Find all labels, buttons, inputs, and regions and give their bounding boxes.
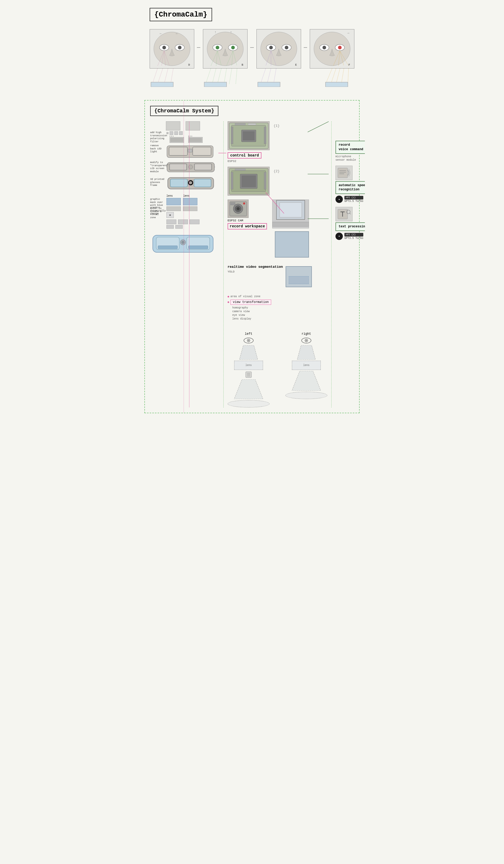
graphic-box-left xyxy=(166,206,181,211)
glasses-3d-full xyxy=(152,231,215,257)
lens-right-box: lens xyxy=(292,361,321,370)
svg-rect-93 xyxy=(243,131,255,141)
top-section: {ChromaCalm} ← ← xyxy=(139,0,365,97)
face-box-f: → F xyxy=(310,29,355,69)
system-title: {ChromaCalm System} xyxy=(150,106,218,116)
lens-top-right xyxy=(185,121,200,131)
svg-text:↑: ↑ xyxy=(230,31,232,34)
api-2-model: GPT3.5 Turbo xyxy=(344,237,363,240)
svg-rect-95 xyxy=(264,127,266,144)
graphic-box-right xyxy=(183,206,197,211)
system-section: {ChromaCalm System} add high transmissio… xyxy=(144,100,360,413)
ground-ellipse-right xyxy=(285,392,327,399)
face-box-d: ← ← D xyxy=(149,29,194,69)
lens-left-text: lens xyxy=(245,364,252,367)
asr-label: automatic speech recognition xyxy=(339,183,365,192)
svg-marker-114 xyxy=(239,345,258,360)
video-yolo: YOLO xyxy=(228,270,283,273)
annotation-mask: graphic mask over with blue color to cre… xyxy=(150,198,219,205)
mic-module: record voice command microphone sensor m… xyxy=(335,121,365,162)
svg-rect-67 xyxy=(325,82,348,87)
visual-zone-right xyxy=(183,198,197,205)
svg-rect-88 xyxy=(158,246,178,249)
small-comp-1 xyxy=(166,219,176,224)
text-icon-svg xyxy=(337,208,351,220)
svg-marker-124 xyxy=(292,371,321,391)
view-transform-block: area of visual zone view transformation … xyxy=(228,295,327,320)
small-comp-2 xyxy=(178,219,188,224)
board-1-label: control board xyxy=(228,152,262,158)
api-1-model: GPT3.5 Turbo xyxy=(344,200,363,203)
svg-line-138 xyxy=(350,213,351,214)
svg-rect-104 xyxy=(235,169,245,170)
eye-diagram-b: ↑ ↑ B xyxy=(203,29,248,87)
svg-line-13 xyxy=(157,69,163,84)
svg-rect-101 xyxy=(241,176,256,187)
svg-rect-80 xyxy=(194,179,211,187)
face-box-e: E xyxy=(256,29,301,69)
connector-e-f xyxy=(304,47,307,48)
svg-rect-50 xyxy=(258,82,280,87)
svg-point-87 xyxy=(182,241,184,244)
svg-text:F: F xyxy=(348,63,350,67)
text-label: text processing xyxy=(339,225,365,228)
svg-rect-79 xyxy=(170,179,188,187)
face-box-b: ↑ ↑ B xyxy=(203,29,248,69)
board-1-block: {1} control board ESP32 xyxy=(228,121,327,163)
voice-label: record voice command xyxy=(339,143,363,151)
svg-point-108 xyxy=(237,207,240,210)
svg-text:↑: ↑ xyxy=(215,31,217,34)
cam-label: ESP32 CAM xyxy=(228,219,267,222)
svg-rect-89 xyxy=(189,246,208,249)
middle-column: {1} control board ESP32 xyxy=(224,121,332,407)
svg-point-54 xyxy=(322,46,326,49)
svg-point-21 xyxy=(231,46,235,49)
svg-marker-119 xyxy=(234,379,263,399)
glasses-top-view xyxy=(166,144,214,159)
lens-right-label: lens xyxy=(183,194,190,197)
eye-diagram-e: E xyxy=(256,29,301,87)
vt-sub2: camera view xyxy=(231,310,327,313)
svg-rect-73 xyxy=(170,164,187,170)
svg-line-12 xyxy=(152,69,157,84)
eye-bottom-diagrams: left lens xyxy=(228,332,327,407)
svg-text:D: D xyxy=(188,63,190,67)
ann-led-text: remove back LED light xyxy=(150,144,165,154)
svg-line-36 xyxy=(236,69,237,84)
vt-sub-labels: homography camera view eye view lens dis… xyxy=(231,307,327,320)
small-comp-4 xyxy=(166,225,174,229)
asr-icon-svg xyxy=(337,167,351,179)
lens-icon-left xyxy=(245,371,252,378)
pink-vertical-line xyxy=(189,121,190,407)
ann-graphic-text: graphic dynamically change xyxy=(150,206,165,216)
svg-line-31 xyxy=(205,69,211,84)
trapezoid-right-top xyxy=(296,345,317,360)
middle-inner: {1} control board ESP32 xyxy=(228,121,327,407)
svg-text:B: B xyxy=(241,63,243,67)
board-1-svg xyxy=(228,122,269,149)
eye-right-icon xyxy=(301,337,312,344)
small-comp-5 xyxy=(175,225,183,229)
lens-right-text: lens xyxy=(303,364,310,367)
area-row: area of visual zone xyxy=(228,295,327,298)
rays-e xyxy=(256,69,301,87)
svg-rect-69 xyxy=(169,147,188,155)
video-box xyxy=(275,231,309,257)
svg-rect-102 xyxy=(231,172,233,189)
eye-diagram-d: ← ← D xyxy=(149,29,194,87)
area-label: area of visual zone xyxy=(230,295,261,298)
board-1-image xyxy=(228,121,269,150)
cam-svg xyxy=(228,200,248,217)
rays-f xyxy=(310,69,355,87)
small-row-2 xyxy=(166,225,219,229)
eye-diagram-f: → F xyxy=(310,29,355,87)
asr-module: automatic speech recognition ✦ API {1} G… xyxy=(335,166,365,203)
eye-left-label: left xyxy=(245,332,253,336)
board-1-number: {1} xyxy=(274,124,279,128)
svg-line-15 xyxy=(171,69,173,84)
cam-sub: record workspace xyxy=(228,223,267,229)
rays-d xyxy=(149,69,194,87)
annotation-led: remove back LED light xyxy=(150,144,219,160)
trapezoid-left-bottom xyxy=(233,379,264,399)
annotation-graphic: graphic dynamically change ⊞ xyxy=(150,206,219,218)
